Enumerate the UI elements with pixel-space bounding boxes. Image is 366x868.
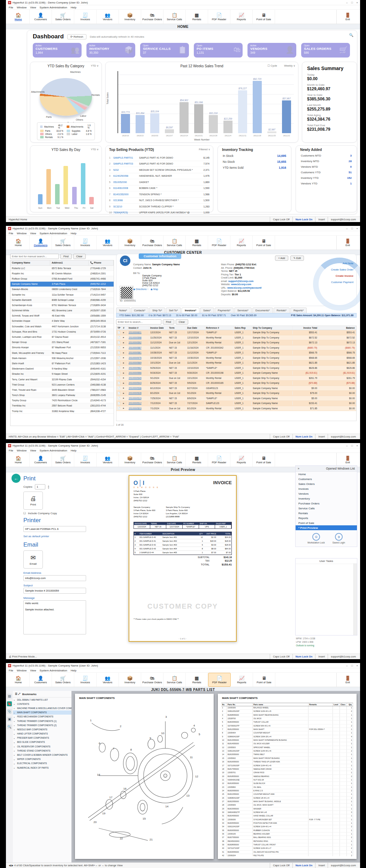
invoice-number[interactable]: 2010000512 (128, 401, 149, 405)
bookmark-item[interactable]: BELT COVER & BOBBIN WINDER COMPONENTS (13, 753, 71, 757)
bookmark-item[interactable]: DDL-5556N-7-WB PARTS LIST (13, 698, 71, 702)
invoice-column-header[interactable]: TP (116, 326, 122, 330)
customer-row[interactable]: Schmidt, Torpas and Wolff46 East Hills(3… (10, 313, 114, 319)
menu-item-window[interactable]: Window (17, 232, 26, 235)
invoice-row[interactable]: 📄▸201000060112/2/2024NET 1512/17/2024*SA… (116, 330, 356, 335)
attachments-icon[interactable]: 📎 (7, 709, 12, 714)
bookmarks-icon[interactable]: 🔖 (7, 701, 12, 706)
bookmark-item[interactable]: OIL RESERVOIR COMPONENTS (13, 744, 71, 748)
minimize-button[interactable]: – (346, 444, 348, 447)
invoice-expand-icon[interactable]: ▸ (122, 386, 128, 390)
toolbar-purchase-orders[interactable]: 🛍Purchase Orders (141, 673, 163, 687)
invoice-row[interactable]: 📄▸20100005127/12/2024NET 157/27/2024SAMP… (116, 401, 356, 406)
customer-row[interactable]: Rolfson Group0766 Annabell Ford(406)741-… (10, 276, 114, 281)
invoice-row[interactable]: 📄▸20100005569/15/2024NET 159/30/2024CR: … (116, 371, 356, 376)
toolbar-vendors[interactable]: 👥Vendors (97, 236, 119, 250)
menu-item-view[interactable]: View (30, 669, 36, 672)
customer-row[interactable]: Schaefer-Bartoletti8085 Schlegel Lodge(9… (10, 297, 114, 303)
product-code[interactable]: SAMPLE-PART01 (113, 157, 139, 159)
customer-row[interactable]: Rogahn Inc80 Cremin Mission(248)514-2301 (10, 271, 114, 276)
customer-row[interactable]: Terry, Carter and Mayert32199 Rigney Dal… (10, 377, 114, 382)
action-link-customer-payment[interactable]: Customer Payment (331, 281, 353, 284)
invoice-row[interactable]: 📄▸20100005368/12/2024NET 158/27/2024GEAR… (116, 386, 356, 391)
toolbar-vendors[interactable]: 👥Vendors (97, 673, 119, 687)
invoice-number[interactable]: 2010000549 (128, 376, 149, 380)
bookmark-item[interactable]: NUMERICAL INDEX OF PARTS (13, 766, 71, 770)
workstation-lock-button[interactable]: ⊙Workstation Lock (307, 533, 325, 544)
opened-window-item[interactable]: Service Calls (296, 506, 357, 511)
toolbar-reports[interactable]: 📈Reports (231, 673, 253, 687)
default-printer-link[interactable]: Set as default printer (23, 535, 93, 538)
customer-row[interactable]: Schuppe, Rice and Bins1731 Hudson Crossi… (10, 329, 114, 334)
clear-button[interactable]: Clear (73, 254, 86, 259)
invoice-column-header[interactable]: Invoice Total (293, 326, 319, 330)
customer-search-input[interactable] (10, 254, 59, 259)
invoice-expand-icon[interactable]: ▸ (122, 371, 128, 375)
menu-item-system-administration[interactable]: System Administration (40, 669, 67, 672)
toolbar-invoices[interactable]: 🧾Invoices (74, 10, 97, 24)
opened-window-item[interactable]: Point of Sale (296, 520, 357, 525)
customer-row[interactable]: Senger Group221 Stang Road(467)627-7181 (10, 340, 114, 345)
action-link-create-sales-order[interactable]: Create Sales Order (331, 268, 353, 271)
invoice-column-header[interactable]: Reference # (205, 326, 234, 330)
close-button[interactable]: × (356, 664, 358, 667)
frequency-dropdown[interactable]: Weekly ∨ (284, 64, 295, 67)
invoice-row[interactable]: 📄▸20100005438/25/2024NET 159/9/2024CR: 2… (116, 381, 356, 386)
invoice-row[interactable]: 📄▸20100005629/25/2024NET 1510/10/2024*SA… (116, 366, 356, 371)
customer-row[interactable]: Tony's Shop3601 Legacy Parkway(608)555-2… (10, 393, 114, 398)
customer-row[interactable]: Stark, McLaughlin and Feeney56 Haag Plac… (10, 350, 114, 356)
toolbar-customers[interactable]: 👤Customers (30, 453, 52, 467)
product-code[interactable]: SAMPLE-PART03 (113, 162, 139, 165)
customer-row[interactable]: Stehr-Hoeft67 Patterson Port(212)383-142… (10, 361, 114, 366)
user-tasks-scrollbar[interactable] (353, 563, 357, 635)
action-link-create-invoice[interactable]: Create Invoice (331, 274, 353, 277)
customer-row[interactable]: Schamberger-Koss8791 Waldman Terrace(719… (10, 303, 114, 308)
kpi-tile-sales-orders[interactable]: OpenSALES ORDERS586🛒 (301, 43, 350, 58)
customer-column-header[interactable]: Company Name (10, 260, 50, 265)
toolbar-home[interactable]: 🏠Home (7, 453, 30, 467)
toolbar-pdf-reader[interactable]: 📄PDF Reader (208, 10, 230, 24)
print-button[interactable]: 🖨 Print (23, 492, 43, 510)
invoice-expand-icon[interactable]: ▸ (122, 341, 128, 345)
toolbar-sales-orders[interactable]: 🛒Sales Orders (52, 236, 74, 250)
invoice-number[interactable]: 2010000601 (128, 330, 149, 334)
tab-rentals[interactable]: Rentals* (274, 307, 290, 313)
customer-row[interactable]: Stark-Hansen936 Weaving Anchor(212)597-1… (10, 356, 114, 361)
customer-row[interactable]: Schimmel-White461 Browning Lane(415)097-… (10, 308, 114, 313)
toolbar-vendors[interactable]: 👥Vendors (97, 453, 119, 467)
invoice-expand-icon[interactable]: ▸ (122, 366, 128, 370)
customer-row[interactable]: Stracke Inc9 Hagan Street(212)609-4191 (10, 372, 114, 377)
toolbar-inventory[interactable]: 📦Inventory (119, 673, 141, 687)
invoice-expand-icon[interactable]: ▸ (122, 396, 128, 400)
opened-window-item[interactable]: Purchase Orders (296, 501, 357, 506)
refresh-button[interactable]: ⟳ Refresh (67, 34, 86, 39)
edit-button[interactable]: ✎ Edit (290, 256, 304, 261)
menu-item-help[interactable]: Help (71, 6, 76, 9)
toolbar-rentals[interactable]: ▦Rentals (186, 673, 208, 687)
customer-column-header[interactable]: Address1 (50, 260, 89, 265)
bookmark-item[interactable]: MACHINE FRAME & MISCELLANEOUS COVER COMP… (13, 706, 71, 710)
customer-row[interactable]: Tromp Inc31862 Angelena Way(864)338-4727 (10, 409, 114, 414)
kpi-tile-service-calls[interactable]: OpenSERVICE CALLS37📋 (140, 43, 189, 58)
copies-stepper[interactable]: 1 (35, 484, 45, 489)
customer-row[interactable]: Sawayn-Blocks08650 Lindenberg Crest(716)… (10, 287, 114, 292)
toolbar-rentals[interactable]: ▦Rentals (186, 236, 208, 250)
invoice-search-input[interactable] (116, 319, 161, 325)
bookmark-item[interactable]: FEED MECHANISM COMPONENTS (13, 715, 71, 719)
menu-item-window[interactable]: Window (17, 6, 26, 9)
toolbar-pdf-reader[interactable]: 📄PDF Reader (208, 453, 230, 467)
menu-item-file[interactable]: File (9, 449, 13, 452)
invoice-column-header[interactable]: Balance (319, 326, 356, 330)
toolbar-reports[interactable]: 📈Reports (230, 236, 253, 250)
menu-item-system-administration[interactable]: System Administration (40, 232, 67, 235)
day-range-dropdown[interactable]: YTD ∨ (91, 148, 99, 151)
invoice-row[interactable]: 📄▸20100005197/25/2024NET 158/9/2024*SAMP… (116, 396, 356, 401)
toolbar-rentals[interactable]: ▦Rentals (186, 10, 208, 24)
invoice-row[interactable]: 📄▸201000059211/12/2024Due on 1st12/1/202… (116, 340, 356, 345)
invoice-number[interactable]: 2010000562 (128, 366, 149, 370)
email-button[interactable]: ✉ Email (23, 550, 43, 569)
back-button[interactable]: ← (12, 474, 21, 483)
customer-row[interactable]: Simonis-Hoeger87 Mayflower Port(212)530-… (10, 345, 114, 350)
invoice-row[interactable]: 📄▸201000059811/25/2024NET 1512/10/2024Mo… (116, 335, 356, 341)
bookmark-item[interactable]: PRESSER BAR COMPONENTS (13, 736, 71, 740)
